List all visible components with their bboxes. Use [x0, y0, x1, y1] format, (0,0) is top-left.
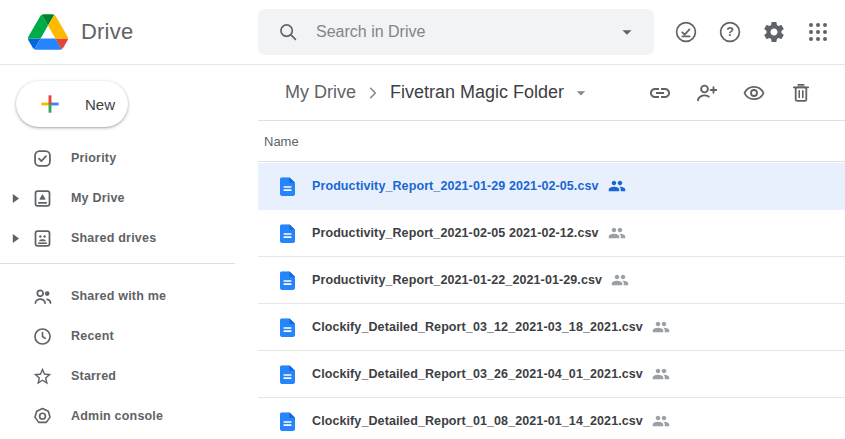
delete-trash-icon[interactable]: [789, 81, 813, 105]
apps-grid-icon[interactable]: [806, 20, 830, 44]
topbar: Drive ?: [0, 0, 845, 65]
svg-text:?: ?: [726, 25, 734, 39]
get-link-icon[interactable]: [648, 81, 672, 105]
breadcrumb: My Drive Fivetran Magic Folder: [258, 65, 845, 121]
sidebar-item-label: Shared with me: [71, 289, 166, 303]
name-column-label: Name: [264, 134, 299, 149]
priority-icon: [32, 148, 53, 169]
topbar-icons: ?: [674, 0, 830, 64]
sidebar-item-label: Shared drives: [71, 231, 156, 245]
file-row[interactable]: Productivity_Report_2021-02-05 2021-02-1…: [258, 210, 845, 257]
preview-eye-icon[interactable]: [742, 81, 766, 105]
file-row[interactable]: Productivity_Report_2021-01-29 2021-02-0…: [258, 163, 845, 210]
sidebar-divider: [0, 263, 235, 264]
sidebar: New Priority: [0, 65, 258, 439]
file-row[interactable]: Clockify_Detailed_Report_01_08_2021-01_1…: [258, 398, 845, 439]
new-button[interactable]: New: [16, 81, 128, 127]
share-person-add-icon[interactable]: [695, 81, 719, 105]
search-options-caret-icon[interactable]: [616, 21, 638, 43]
column-header-name[interactable]: Name: [258, 121, 845, 162]
search-bar[interactable]: [258, 9, 654, 55]
sidebar-item-shared-with-me[interactable]: Shared with me: [0, 276, 258, 316]
sidebar-item-shared-drives[interactable]: Shared drives: [0, 218, 258, 258]
csv-file-icon: [280, 412, 295, 431]
sidebar-item-label: My Drive: [71, 191, 125, 205]
starred-icon: [32, 366, 53, 387]
expand-arrow-icon[interactable]: [0, 194, 24, 203]
sidebar-nav-secondary: Shared with me Recent: [0, 276, 258, 436]
shared-people-icon: [608, 177, 626, 195]
sidebar-item-label: Recent: [71, 329, 114, 343]
sidebar-item-label: Starred: [71, 369, 116, 383]
sidebar-item-recent[interactable]: Recent: [0, 316, 258, 356]
file-name: Clockify_Detailed_Report_03_26_2021-04_0…: [312, 367, 643, 381]
file-name: Clockify_Detailed_Report_01_08_2021-01_1…: [312, 414, 643, 428]
sidebar-item-priority[interactable]: Priority: [0, 138, 258, 178]
file-list: Productivity_Report_2021-01-29 2021-02-0…: [258, 163, 845, 439]
breadcrumb-parent[interactable]: My Drive: [285, 82, 356, 103]
sidebar-item-admin-console[interactable]: Admin console: [0, 396, 258, 436]
shared-with-me-icon: [32, 286, 53, 307]
sidebar-nav: Priority My Drive: [0, 138, 258, 436]
recent-icon: [32, 326, 53, 347]
app-title: Drive: [81, 19, 133, 45]
multicolor-plus-icon: [37, 91, 63, 117]
sidebar-item-starred[interactable]: Starred: [0, 356, 258, 396]
file-name: Productivity_Report_2021-01-29 2021-02-0…: [312, 179, 599, 193]
search-icon: [277, 21, 299, 43]
file-row[interactable]: Clockify_Detailed_Report_03_26_2021-04_0…: [258, 351, 845, 398]
csv-file-icon: [280, 365, 295, 384]
file-name: Clockify_Detailed_Report_03_12_2021-03_1…: [312, 320, 643, 334]
folder-menu-caret-icon[interactable]: [571, 83, 591, 103]
file-row[interactable]: Productivity_Report_2021-01-22_2021-01-2…: [258, 257, 845, 304]
google-drive-logo-icon: [28, 14, 68, 50]
new-button-label: New: [85, 96, 115, 113]
shared-people-icon: [652, 412, 670, 430]
shared-drives-icon: [32, 228, 53, 249]
shared-people-icon: [608, 224, 626, 242]
settings-gear-icon[interactable]: [762, 20, 786, 44]
file-name: Productivity_Report_2021-01-22_2021-01-2…: [312, 273, 602, 287]
selection-toolbar: [648, 81, 813, 105]
sidebar-item-label: Admin console: [71, 409, 163, 423]
chevron-right-icon: [363, 83, 383, 103]
expand-arrow-icon[interactable]: [0, 234, 24, 243]
help-icon[interactable]: ?: [718, 20, 742, 44]
csv-file-icon: [280, 177, 295, 196]
file-row[interactable]: Clockify_Detailed_Report_03_12_2021-03_1…: [258, 304, 845, 351]
shared-people-icon: [652, 365, 670, 383]
sidebar-item-label: Priority: [71, 151, 116, 165]
csv-file-icon: [280, 318, 295, 337]
offline-status-icon[interactable]: [674, 20, 698, 44]
shared-people-icon: [652, 318, 670, 336]
search-input[interactable]: [314, 22, 616, 42]
my-drive-icon: [32, 188, 53, 209]
csv-file-icon: [280, 271, 295, 290]
shared-people-icon: [611, 271, 629, 289]
file-name: Productivity_Report_2021-02-05 2021-02-1…: [312, 226, 599, 240]
breadcrumb-current-folder[interactable]: Fivetran Magic Folder: [390, 82, 564, 103]
sidebar-item-my-drive[interactable]: My Drive: [0, 178, 258, 218]
csv-file-icon: [280, 224, 295, 243]
admin-console-icon: [32, 406, 53, 427]
drive-logo-area[interactable]: Drive: [28, 0, 133, 64]
